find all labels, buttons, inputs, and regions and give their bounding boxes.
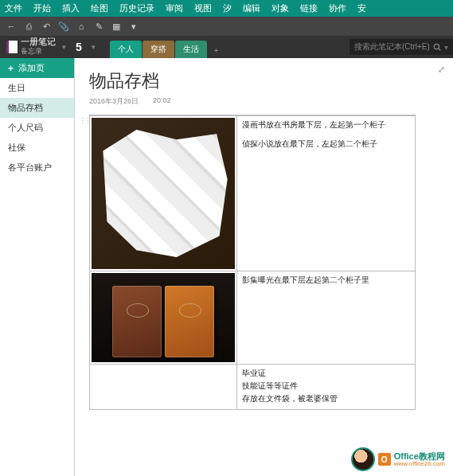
menu-item[interactable]: 历史记录 [119, 2, 154, 14]
section-tab[interactable]: 个人 [110, 41, 142, 58]
add-section-button[interactable]: + [208, 43, 225, 58]
table-row: 毕业证技能证等等证件存放在文件袋，被老婆保管 [90, 365, 416, 410]
page-time: 20:02 [153, 96, 171, 107]
note-line[interactable]: 毕业证 [242, 368, 410, 379]
menu-item[interactable]: 视图 [194, 2, 212, 14]
tool-icon[interactable]: ✎ [92, 20, 105, 33]
tag-icon[interactable]: ⌂ [75, 20, 88, 33]
note-line[interactable]: 影集曝光在最下层左起第二个柜子里 [242, 275, 410, 286]
page-content: ⤢ 物品存档 2016年3月26日 20:02 漫画书放在书房最下层，左起第一个… [75, 58, 453, 476]
watermark: O Office教程网 www.office26.com [351, 447, 445, 471]
section-tabs: 个人穿搭生活+ [110, 36, 226, 58]
image-icon[interactable]: ▦ [110, 20, 123, 33]
text-cell[interactable]: 漫画书放在书房最下层，左起第一个柜子侦探小说放在最下层，左起第二个柜子 [237, 116, 416, 271]
chevron-down-icon: ▾ [59, 43, 69, 51]
notebook-badge: 5 [72, 41, 85, 53]
menu-item[interactable]: 绘图 [91, 2, 108, 14]
table-row: 影集曝光在最下层左起第二个柜子里 [90, 271, 416, 365]
more-icon[interactable]: ▾ [127, 20, 140, 33]
expand-icon[interactable]: ⤢ [438, 64, 445, 75]
albums-image [92, 273, 235, 362]
add-page-label: 添加页 [18, 62, 45, 74]
text-cell[interactable]: 影集曝光在最下层左起第二个柜子里 [237, 271, 416, 365]
chevron-down-icon: ▾ [444, 43, 448, 52]
menu-item[interactable]: 开始 [33, 2, 51, 14]
menu-item[interactable]: 汐 [223, 2, 232, 14]
page-sidebar: ＋ 添加页 生日物品存档个人尺码社保各平台账户 [0, 58, 75, 476]
print-icon[interactable]: ⎙ [22, 20, 35, 33]
image-cell[interactable] [90, 271, 237, 365]
menu-item[interactable]: 协作 [329, 2, 346, 14]
avatar [351, 447, 375, 471]
menu-item[interactable]: 审阅 [166, 2, 183, 14]
menu-item[interactable]: 对象 [271, 2, 289, 14]
notebook-toolbar: 一册笔记 备忘录 ▾ 5 ▾ 个人穿搭生活+ 搜索此笔记本(Ctrl+E) ▾ [0, 36, 453, 58]
sidebar-item[interactable]: 个人尺码 [0, 118, 74, 138]
section-tab[interactable]: 生活 [175, 41, 207, 58]
svg-point-0 [434, 44, 439, 49]
note-line[interactable]: 漫画书放在书房最下层，左起第一个柜子 [242, 119, 410, 131]
table-row: 漫画书放在书房最下层，左起第一个柜子侦探小说放在最下层，左起第二个柜子 [90, 116, 416, 271]
page-date: 2016年3月26日 [89, 96, 139, 107]
section-tab[interactable]: 穿搭 [143, 41, 174, 58]
chevron-down-icon: ▾ [88, 43, 99, 51]
logo-icon: O [378, 453, 391, 466]
comics-image [92, 118, 235, 269]
search-icon [433, 43, 441, 51]
menu-bar: 文件开始插入绘图历史记录审阅视图汐编辑对象链接协作安 [0, 0, 453, 17]
empty-cell[interactable] [90, 365, 237, 410]
text-cell[interactable]: 毕业证技能证等等证件存放在文件袋，被老婆保管 [237, 365, 416, 410]
note-line[interactable]: 技能证等等证件 [242, 380, 410, 392]
attach-icon[interactable]: 📎 [57, 20, 70, 33]
sidebar-item[interactable]: 各平台账户 [0, 158, 74, 178]
sidebar-item[interactable]: 社保 [0, 138, 74, 158]
search-placeholder: 搜索此笔记本(Ctrl+E) [354, 41, 430, 53]
menu-item[interactable]: 编辑 [243, 2, 260, 14]
ribbon-toolbar: ← ⎙ ↶ 📎 ⌂ ✎ ▦ ▾ [0, 17, 453, 36]
undo-icon[interactable]: ↶ [40, 20, 53, 33]
notebook-title: 一册笔记 [21, 37, 56, 46]
note-line[interactable]: 存放在文件袋，被老婆保管 [242, 393, 410, 404]
menu-item[interactable]: 文件 [5, 2, 22, 14]
watermark-brand: Office教程网 [394, 452, 445, 461]
sidebar-item[interactable]: 物品存档 [0, 98, 74, 118]
menu-item[interactable]: 链接 [300, 2, 318, 14]
svg-line-1 [439, 49, 441, 51]
content-table[interactable]: 漫画书放在书房最下层，左起第一个柜子侦探小说放在最下层，左起第二个柜子 影集曝光… [89, 115, 416, 410]
notebook-subtitle: 备忘录 [21, 46, 56, 57]
back-icon[interactable]: ← [5, 20, 18, 33]
page-title[interactable]: 物品存档 [89, 69, 439, 93]
plus-icon: ＋ [6, 62, 15, 74]
notebook-icon [6, 41, 18, 53]
menu-item[interactable]: 安 [357, 2, 366, 14]
image-cell[interactable] [90, 116, 237, 271]
sidebar-list: 生日物品存档个人尺码社保各平台账户 [0, 78, 74, 178]
add-page-button[interactable]: ＋ 添加页 [0, 58, 74, 78]
notebook-selector[interactable]: 一册笔记 备忘录 ▾ 5 ▾ [0, 37, 105, 57]
note-line[interactable]: 侦探小说放在最下层，左起第二个柜子 [242, 139, 410, 150]
watermark-url: www.office26.com [394, 461, 445, 467]
sidebar-item[interactable]: 生日 [0, 78, 74, 98]
menu-item[interactable]: 插入 [62, 2, 80, 14]
search-input[interactable]: 搜索此笔记本(Ctrl+E) ▾ [350, 39, 453, 55]
